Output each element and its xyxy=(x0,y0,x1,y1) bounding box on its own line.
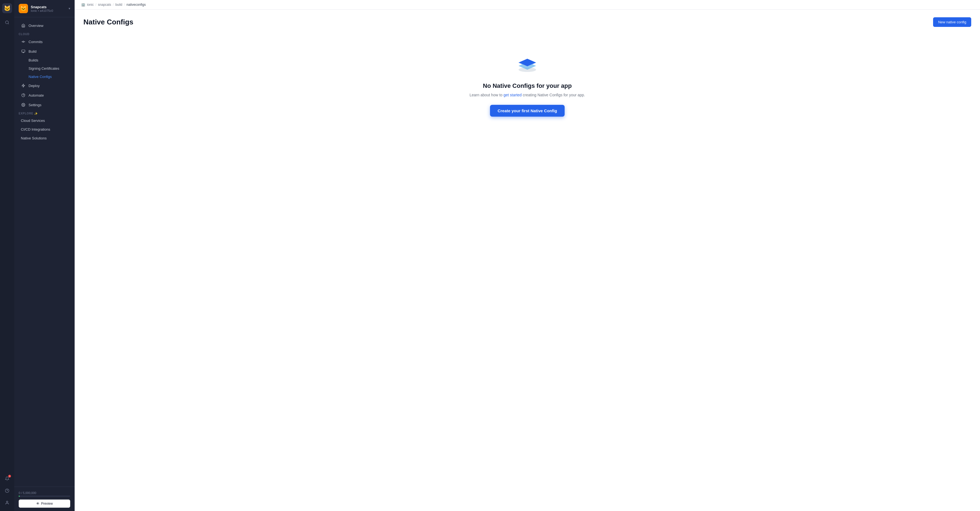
usage-bar-container: 0 / 5,000,000 xyxy=(19,491,70,497)
get-started-link[interactable]: get started xyxy=(503,93,522,97)
breadcrumb-snapcats[interactable]: snapcats xyxy=(98,3,111,6)
breadcrumb-icon: 🏢 xyxy=(81,3,85,6)
breadcrumb-sep-1: / xyxy=(95,3,96,6)
svg-rect-8 xyxy=(22,50,25,52)
deploy-label: Deploy xyxy=(29,84,40,88)
commits-icon xyxy=(21,39,26,44)
cloud-section-label: CLOUD xyxy=(14,30,75,37)
sidebar-app-icon: 🐱 xyxy=(19,4,28,13)
app-info: 🐱 Snapcats Ionic • a41075c0 xyxy=(19,4,53,13)
sidebar-item-builds[interactable]: Builds xyxy=(16,56,72,64)
sidebar-item-build[interactable]: Build xyxy=(16,47,72,56)
builds-label: Builds xyxy=(29,58,38,62)
notifications-icon[interactable]: 1 xyxy=(2,474,12,484)
breadcrumb-sep-2: / xyxy=(113,3,114,6)
empty-state: No Native Configs for your app Learn abo… xyxy=(83,33,971,138)
svg-point-5 xyxy=(23,41,24,43)
settings-icon xyxy=(21,102,26,107)
main-content: 🏢 ionic / snapcats / build / nativeconfi… xyxy=(75,0,980,511)
sidebar-item-settings[interactable]: Settings xyxy=(16,100,72,110)
app-logo[interactable]: 🐱 xyxy=(2,3,12,13)
breadcrumb-ionic[interactable]: ionic xyxy=(87,3,94,6)
page-header: Native Configs New native config xyxy=(83,17,971,27)
commits-label: Commits xyxy=(29,40,43,44)
user-icon[interactable] xyxy=(2,498,12,508)
help-icon[interactable] xyxy=(2,486,12,496)
deploy-icon xyxy=(21,83,26,88)
cicd-label: CI/CD Integrations xyxy=(21,127,50,131)
sidebar-item-signing-certificates[interactable]: Signing Certificates xyxy=(16,64,72,72)
app-id: Ionic • a41075c0 xyxy=(31,9,53,12)
sidebar-item-automate[interactable]: Automate xyxy=(16,91,72,100)
empty-state-icon xyxy=(516,56,538,75)
breadcrumb: 🏢 ionic / snapcats / build / nativeconfi… xyxy=(81,3,146,6)
search-icon[interactable] xyxy=(2,18,12,27)
automate-icon xyxy=(21,93,26,98)
page-content: Native Configs New native config No Nati… xyxy=(75,10,980,511)
breadcrumb-sep-3: / xyxy=(124,3,125,6)
svg-point-4 xyxy=(6,501,8,503)
page-title: Native Configs xyxy=(83,18,133,26)
native-configs-label: Native Configs xyxy=(29,75,52,79)
usage-bar-fill xyxy=(19,496,20,497)
signing-certificates-label: Signing Certificates xyxy=(29,67,59,70)
breadcrumb-current: nativeconfigs xyxy=(126,3,146,6)
sidebar-item-native-configs[interactable]: Native Configs xyxy=(16,73,72,81)
topbar: 🏢 ionic / snapcats / build / nativeconfi… xyxy=(75,0,980,10)
empty-desc-suffix: creating Native Configs for your app. xyxy=(522,93,585,97)
logo-emoji: 🐱 xyxy=(4,5,11,11)
preview-button[interactable]: 👁 Preview xyxy=(19,500,70,508)
empty-state-desc: Learn about how to get started creating … xyxy=(469,93,585,97)
new-native-config-button[interactable]: New native config xyxy=(933,17,971,27)
breadcrumb-build[interactable]: build xyxy=(115,3,122,6)
build-icon xyxy=(21,49,26,54)
home-icon xyxy=(21,23,26,28)
create-first-native-config-button[interactable]: Create your first Native Config xyxy=(490,105,565,117)
icon-bar: 🐱 1 xyxy=(0,0,14,511)
svg-marker-11 xyxy=(22,84,25,87)
bottom-icons: 1 xyxy=(2,474,12,508)
sidebar-item-commits[interactable]: Commits xyxy=(16,37,72,46)
sidebar-nav: Overview CLOUD Commits Build Builds xyxy=(14,17,75,487)
sidebar-item-deploy[interactable]: Deploy xyxy=(16,81,72,90)
sidebar-item-overview[interactable]: Overview xyxy=(16,21,72,30)
usage-text: 0 / 5,000,000 xyxy=(19,491,70,495)
explore-label: EXPLORE ✨ xyxy=(19,112,38,115)
app-name: Snapcats xyxy=(31,5,53,9)
sidebar: 🐱 Snapcats Ionic • a41075c0 ▾ Overview C… xyxy=(14,0,75,511)
settings-label: Settings xyxy=(29,103,41,107)
svg-point-12 xyxy=(23,104,24,105)
preview-eye-icon: 👁 xyxy=(36,501,40,506)
explore-section-label: EXPLORE ✨ xyxy=(14,110,75,116)
empty-state-title: No Native Configs for your app xyxy=(483,82,572,89)
empty-desc-prefix: Learn about how to xyxy=(469,93,503,97)
sidebar-item-cicd[interactable]: CI/CD Integrations xyxy=(16,125,72,134)
sidebar-header: 🐱 Snapcats Ionic • a41075c0 ▾ xyxy=(14,0,75,17)
sidebar-item-cloud-services[interactable]: Cloud Services xyxy=(16,116,72,125)
svg-line-1 xyxy=(8,23,9,24)
usage-bar-bg xyxy=(19,496,70,497)
overview-label: Overview xyxy=(29,24,43,28)
svg-point-0 xyxy=(5,21,8,24)
sidebar-item-native-solutions[interactable]: Native Solutions xyxy=(16,134,72,142)
notification-count: 1 xyxy=(8,475,11,478)
sidebar-footer: 0 / 5,000,000 👁 Preview xyxy=(14,487,75,511)
native-solutions-label: Native Solutions xyxy=(21,136,47,140)
build-label: Build xyxy=(29,49,37,54)
automate-label: Automate xyxy=(29,93,44,97)
app-switcher-chevron[interactable]: ▾ xyxy=(68,6,70,10)
preview-label: Preview xyxy=(41,501,53,506)
cloud-services-label: Cloud Services xyxy=(21,119,45,123)
